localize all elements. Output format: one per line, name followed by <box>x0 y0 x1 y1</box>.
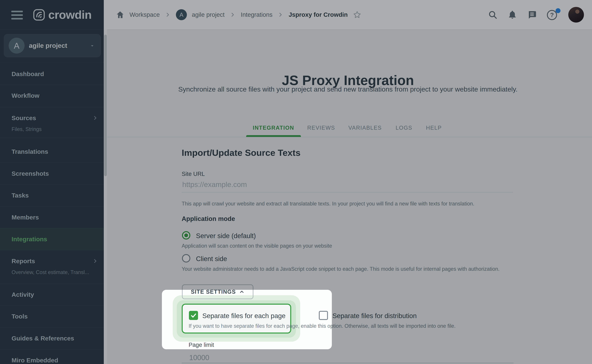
notification-dot-badge <box>556 8 560 13</box>
logo-text: crowdin <box>48 8 92 21</box>
hamburger-menu-icon[interactable] <box>11 11 23 20</box>
breadcrumb: Workspace A agile project Integrations J… <box>116 0 362 29</box>
breadcrumb-integrations[interactable]: Integrations <box>241 11 273 18</box>
sidebar-item-workflow[interactable]: Workflow <box>12 92 40 99</box>
breadcrumb-current: Jsproxy for Crowdin <box>289 11 348 18</box>
top-bar: Workspace A agile project Integrations J… <box>104 0 592 30</box>
radio-client-side-label[interactable]: Client side <box>196 255 227 263</box>
screen: crowdin A agile project Dashboard Workfl… <box>0 0 592 364</box>
tab-integration[interactable]: INTEGRATION <box>253 125 294 131</box>
chevron-right-icon <box>92 115 98 121</box>
chevron-right-icon <box>277 12 284 18</box>
sidebar-sub-sources: Files, Strings <box>12 126 42 132</box>
section-title: Import/Update Source Texts <box>182 148 300 158</box>
breadcrumb-project-avatar: A <box>176 9 187 20</box>
messages-chat-icon[interactable] <box>527 10 537 20</box>
checkbox-separate-files-distribution[interactable] <box>319 311 328 320</box>
sidebar-item-screenshots[interactable]: Screenshots <box>12 170 49 177</box>
topbar-actions: ? <box>488 0 584 29</box>
scrollbar-thumb[interactable] <box>104 35 107 176</box>
site-url-help: This app will crawl your website and ext… <box>182 201 474 207</box>
page-subtitle: Synchronize all source files with your p… <box>104 85 592 93</box>
sidebar-item-members[interactable]: Members <box>12 214 39 221</box>
breadcrumb-project[interactable]: agile project <box>192 11 225 18</box>
radio-client-side[interactable] <box>182 254 190 262</box>
crowdin-logo[interactable]: crowdin <box>33 8 92 21</box>
sidebar-item-guides[interactable]: Guides & References <box>12 335 74 342</box>
sidebar-item-tasks[interactable]: Tasks <box>12 192 29 199</box>
check-icon <box>190 312 197 319</box>
tab-logs[interactable]: LOGS <box>396 125 412 131</box>
sidebar-header: crowdin <box>0 0 104 30</box>
sidebar-item-dashboard[interactable]: Dashboard <box>12 71 44 78</box>
favorite-star-icon[interactable] <box>353 10 362 19</box>
chevron-right-icon <box>230 12 236 18</box>
user-avatar[interactable] <box>568 7 584 23</box>
sidebar-item-sources[interactable]: Sources <box>12 115 36 122</box>
chevron-right-icon <box>165 12 171 18</box>
notifications-bell-icon[interactable] <box>508 10 517 20</box>
tab-variables[interactable]: VARIABLES <box>348 125 382 131</box>
tabs-divider <box>107 137 592 137</box>
radio-server-side-label[interactable]: Server side (default) <box>196 232 256 240</box>
sidebar-item-miro[interactable]: Miro Embedded <box>12 357 58 364</box>
sidebar-sub-reports: Overview, Cost estimate, Transl... <box>12 269 89 275</box>
site-settings-toggle-button[interactable]: SITE SETTINGS <box>182 290 253 299</box>
help-icon[interactable]: ? <box>547 10 558 20</box>
search-icon[interactable] <box>488 10 498 20</box>
site-url-input[interactable] <box>182 177 513 192</box>
tab-reviews[interactable]: REVIEWS <box>307 125 335 131</box>
sidebar: crowdin A agile project Dashboard Workfl… <box>0 0 104 364</box>
sidebar-item-tools[interactable]: Tools <box>12 313 28 320</box>
sidebar-item-activity[interactable]: Activity <box>12 291 34 298</box>
chevron-right-icon <box>92 258 98 264</box>
separate-files-distribution-label[interactable]: Separate files for distribution <box>333 312 417 320</box>
separate-files-each-page-label[interactable]: Separate files for each page <box>202 312 286 320</box>
application-mode-label: Application mode <box>182 215 235 222</box>
project-avatar: A <box>9 38 25 54</box>
site-url-label: Site URL <box>182 171 205 177</box>
crowdin-logo-icon <box>33 9 45 21</box>
radio-server-side[interactable] <box>182 231 190 240</box>
sidebar-item-reports[interactable]: Reports <box>12 258 35 265</box>
checkbox-separate-files-each-page[interactable] <box>189 311 198 320</box>
breadcrumb-workspace[interactable]: Workspace <box>129 11 160 18</box>
client-side-help: Your website administrator needs to add … <box>182 266 499 272</box>
server-side-help: Application will scan content on the vis… <box>182 243 332 249</box>
sidebar-item-integrations[interactable]: Integrations <box>12 236 47 243</box>
chevron-up-icon <box>239 290 245 295</box>
chevron-down-icon <box>89 43 95 49</box>
project-selector[interactable]: A agile project <box>4 34 101 57</box>
home-icon[interactable] <box>116 10 125 19</box>
sidebar-item-translations[interactable]: Translations <box>12 148 48 155</box>
tab-help[interactable]: HELP <box>426 125 442 131</box>
project-name: agile project <box>29 34 67 57</box>
